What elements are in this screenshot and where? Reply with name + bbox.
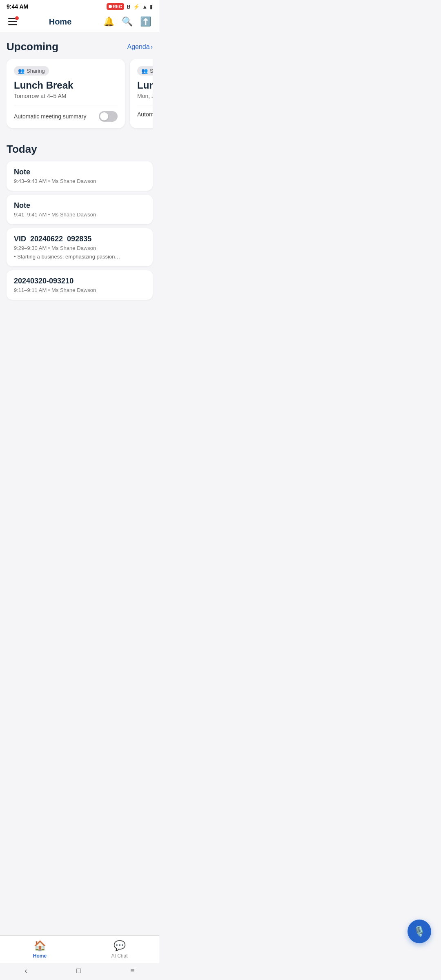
battery-icon: ▮ <box>150 4 153 10</box>
upcoming-title: Upcoming <box>7 40 58 53</box>
summary-label-0: Automatic meeting summary <box>14 113 86 120</box>
card-time-1: Mon, J <box>137 93 153 99</box>
today-items-list: Note 9:43–9:43 AM • Ms Shane Dawson Note… <box>7 161 153 300</box>
page-title: Home <box>49 17 72 27</box>
today-item-subtitle-1: 9:41–9:41 AM • Ms Shane Dawson <box>14 212 145 218</box>
notification-icon[interactable]: 🔔 <box>103 16 114 27</box>
today-item-3[interactable]: 20240320-093210 9:11–9:11 AM • Ms Shane … <box>7 270 153 300</box>
menu-button[interactable] <box>8 18 17 25</box>
bluetooth-icon: 𝗕 <box>127 4 131 10</box>
card-divider-1 <box>137 105 153 105</box>
main-content: Upcoming Agenda › 👥 Sharing Lunch Break … <box>0 32 159 332</box>
card-time-0: Tomorrow at 4–5 AM <box>14 93 118 99</box>
menu-notification-badge <box>15 16 19 20</box>
card-divider <box>14 105 118 105</box>
status-bar: 9:44 AM REC 𝗕 ⚡ ▲ ▮ <box>0 0 159 11</box>
sharing-icon-partial: 👥 <box>141 68 148 74</box>
upcoming-card-1[interactable]: 👥 Sho Lunc Mon, J Autom <box>130 59 153 128</box>
header-actions: 🔔 🔍 ⬆️ <box>103 16 151 27</box>
card-title-0: Lunch Break <box>14 80 118 91</box>
upload-icon[interactable]: ⬆️ <box>140 16 151 27</box>
today-title: Today <box>7 143 153 156</box>
today-item-2[interactable]: VID_20240622_092835 9:29–9:30 AM • Ms Sh… <box>7 228 153 266</box>
search-icon[interactable]: 🔍 <box>122 16 133 27</box>
today-item-title-1: Note <box>14 201 145 210</box>
summary-row-1: Autom <box>137 111 153 118</box>
meeting-summary-toggle[interactable] <box>99 111 118 122</box>
today-item-bullet-2: • Starting a business, emphasizing passi… <box>14 254 145 260</box>
today-section: Today Note 9:43–9:43 AM • Ms Shane Dawso… <box>7 143 153 300</box>
toggle-knob <box>100 112 108 120</box>
status-icons: REC 𝗕 ⚡ ▲ ▮ <box>107 3 153 10</box>
summary-row: Automatic meeting summary <box>14 111 118 122</box>
rec-indicator: REC <box>107 3 124 10</box>
summary-label-1: Autom <box>137 111 153 118</box>
wifi-icon: ▲ <box>142 4 147 10</box>
upcoming-card-0[interactable]: 👥 Sharing Lunch Break Tomorrow at 4–5 AM… <box>7 59 125 128</box>
today-item-title-2: VID_20240622_092835 <box>14 235 145 243</box>
today-item-title-0: Note <box>14 168 145 176</box>
lightning-icon: ⚡ <box>133 4 140 10</box>
today-item-subtitle-2: 9:29–9:30 AM • Ms Shane Dawson <box>14 245 145 251</box>
sharing-icon: 👥 <box>18 68 24 74</box>
card-title-1: Lunc <box>137 80 153 91</box>
upcoming-cards-list: 👥 Sharing Lunch Break Tomorrow at 4–5 AM… <box>7 59 153 131</box>
sharing-badge-partial: 👥 Sho <box>137 66 153 76</box>
status-time: 9:44 AM <box>7 3 28 10</box>
today-item-subtitle-0: 9:43–9:43 AM • Ms Shane Dawson <box>14 178 145 184</box>
today-item-1[interactable]: Note 9:41–9:41 AM • Ms Shane Dawson <box>7 195 153 224</box>
upcoming-section-header: Upcoming Agenda › <box>7 40 153 53</box>
today-item-subtitle-3: 9:11–9:11 AM • Ms Shane Dawson <box>14 287 145 293</box>
agenda-link[interactable]: Agenda › <box>127 43 153 51</box>
today-item-title-3: 20240320-093210 <box>14 277 145 285</box>
today-item-0[interactable]: Note 9:43–9:43 AM • Ms Shane Dawson <box>7 161 153 191</box>
sharing-badge: 👥 Sharing <box>14 66 49 76</box>
header: Home 🔔 🔍 ⬆️ <box>0 11 159 32</box>
